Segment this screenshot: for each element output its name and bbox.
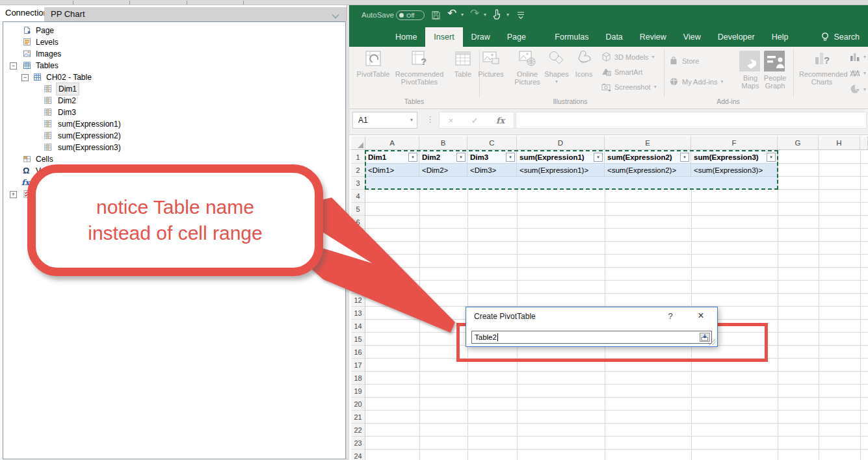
help-button[interactable]: ? [665, 311, 676, 321]
cell-grid[interactable] [365, 151, 868, 460]
insert-column-chart-button[interactable]: ▾ [850, 52, 866, 62]
row-header[interactable]: 1 [351, 151, 365, 164]
row-header[interactable]: 3 [351, 177, 365, 190]
column-header-b[interactable]: B [419, 136, 467, 150]
tab-search[interactable]: Search [812, 27, 868, 47]
insert-function-icon[interactable]: fx [496, 116, 505, 125]
column-header-f[interactable]: F [691, 136, 778, 150]
tab-review[interactable]: Review [631, 27, 675, 47]
more-options-icon[interactable]: ⋮ [426, 114, 434, 124]
row-header[interactable]: 9 [351, 255, 365, 268]
tree-item-ch02-table[interactable]: − CH02 - Table [3, 71, 341, 83]
row-header[interactable]: 20 [351, 398, 365, 411]
name-box[interactable]: A1 ▾ [352, 112, 417, 129]
tree-item-dim3[interactable]: Dim3 [3, 107, 341, 118]
tree-item-sum-expression3[interactable]: sum(Expression3) [3, 142, 341, 153]
row-header[interactable]: 16 [351, 346, 365, 359]
undo-icon[interactable]: ↶ [447, 7, 456, 20]
icons-button[interactable]: Icons [570, 49, 598, 78]
row-header[interactable]: 12 [351, 294, 365, 307]
autosave-toggle[interactable]: Off [396, 10, 425, 20]
row-header[interactable]: 11 [351, 281, 365, 294]
resize-grip-icon[interactable] [709, 339, 716, 345]
tab-draw[interactable]: Draw [463, 27, 499, 47]
column-header-d[interactable]: D [517, 136, 605, 150]
pivottable-button[interactable]: PivotTable [353, 49, 393, 78]
people-graph-icon[interactable] [764, 51, 785, 71]
row-header[interactable]: 19 [351, 385, 365, 398]
row-header[interactable]: 7 [351, 229, 365, 242]
collapse-box-icon[interactable]: − [10, 62, 17, 70]
collapse-box-icon[interactable]: − [21, 74, 29, 81]
touch-mode-icon[interactable] [492, 9, 502, 21]
tree-item-tables[interactable]: − Tables [3, 60, 341, 71]
tab-page-layout[interactable]: Page Layout [499, 27, 547, 47]
name-box-dropdown-icon[interactable]: ▾ [410, 112, 413, 128]
tree-item-page[interactable]: Page [3, 25, 341, 36]
pictures-button[interactable]: Pictures [474, 49, 508, 78]
column-header-h[interactable]: H [819, 136, 860, 150]
tab-insert[interactable]: Insert [425, 27, 462, 47]
formula-input[interactable] [516, 112, 867, 129]
row-header[interactable]: 23 [351, 437, 365, 450]
tree-item-sum-expression1[interactable]: sum(Expression1) [3, 118, 341, 130]
connection-dropdown[interactable]: PP Chart [44, 7, 347, 21]
tab-view[interactable]: View [675, 27, 709, 47]
row-header[interactable]: 18 [351, 372, 365, 385]
row-header[interactable]: 24 [351, 450, 365, 460]
pictures-icon [482, 49, 500, 68]
close-button[interactable]: × [695, 310, 707, 322]
column-header-a[interactable]: A [365, 136, 419, 150]
expand-box-icon[interactable]: + [10, 191, 17, 198]
customize-qat-icon[interactable] [517, 10, 525, 19]
row-header[interactable]: 21 [351, 411, 365, 424]
cancel-icon[interactable]: × [449, 116, 454, 125]
row-header[interactable]: 15 [351, 333, 365, 346]
touch-mode-dropdown-icon[interactable]: ▾ [506, 12, 509, 18]
online-pictures-button[interactable]: Online Pictures [509, 49, 546, 86]
tree-item-sum-expression2[interactable]: sum(Expression2) [3, 130, 341, 142]
tree-item-images[interactable]: Images [3, 48, 341, 60]
my-add-ins-button[interactable]: My Add-ins ▾ [669, 77, 723, 86]
tab-help[interactable]: Help [763, 27, 797, 47]
svg-text:?: ? [421, 56, 427, 67]
tab-developer[interactable]: Developer [709, 27, 763, 47]
tree-item-cells[interactable]: Cells [3, 153, 341, 165]
tree-item-levels[interactable]: Levels [3, 36, 341, 48]
row-header[interactable]: 10 [351, 268, 365, 281]
tree-item-dim1[interactable]: Dim1 [3, 83, 341, 95]
column-header-e[interactable]: E [605, 136, 691, 150]
redo-dropdown-icon[interactable]: ▾ [484, 12, 486, 18]
row-header[interactable]: 14 [351, 320, 365, 333]
tab-formulas[interactable]: Formulas [546, 27, 597, 47]
row-header[interactable]: 6 [351, 216, 365, 229]
enter-icon[interactable]: ✓ [471, 116, 479, 125]
tree-item-dim2[interactable]: Dim2 [3, 95, 341, 107]
shapes-button[interactable]: Shapes ▾ [542, 49, 572, 86]
tab-data[interactable]: Data [597, 27, 631, 47]
store-button[interactable]: Store [669, 56, 699, 66]
bing-maps-icon[interactable] [739, 51, 760, 71]
recommended-charts-button[interactable]: ? Recommended Charts [799, 49, 845, 86]
screenshot-button[interactable]: Screenshot ▾ [601, 82, 657, 92]
column-header-g[interactable]: G [778, 136, 819, 150]
select-all-corner[interactable] [351, 136, 365, 150]
redo-icon[interactable]: ↷ [470, 7, 479, 20]
insert-pie-chart-button[interactable]: ▾ [850, 84, 866, 94]
tab-home[interactable]: Home [387, 27, 425, 47]
undo-dropdown-icon[interactable]: ▾ [461, 12, 464, 18]
insert-line-chart-button[interactable]: ▾ [850, 68, 866, 78]
row-header[interactable]: 8 [351, 242, 365, 255]
table-name-input[interactable]: Table2 [471, 331, 712, 344]
3d-models-button[interactable]: 3D Models ▾ [601, 52, 655, 62]
smartart-button[interactable]: SmartArt [601, 67, 642, 77]
column-header-c[interactable]: C [467, 136, 517, 150]
row-header[interactable]: 22 [351, 424, 365, 437]
row-header[interactable]: 4 [351, 190, 365, 203]
row-header[interactable]: 17 [351, 359, 365, 372]
recommended-pivottables-button[interactable]: ? Recommended PivotTables [391, 49, 448, 86]
row-header[interactable]: 5 [351, 203, 365, 216]
row-header[interactable]: 13 [351, 307, 365, 320]
save-icon[interactable] [431, 10, 441, 20]
row-header[interactable]: 2 [351, 164, 365, 177]
